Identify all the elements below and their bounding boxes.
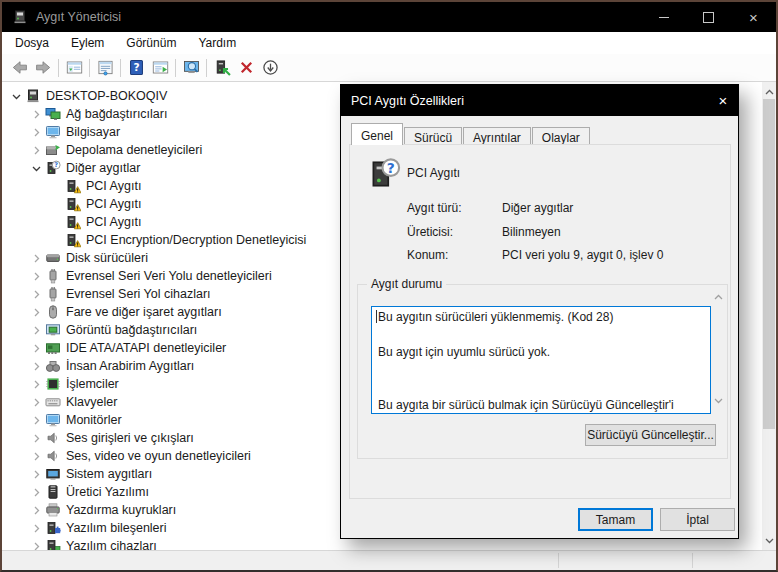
device-manager-window: Aygıt Yöneticisi × DosyaEylemGörünümYard…	[2, 2, 776, 570]
close-icon: ×	[719, 92, 728, 109]
chevron-collapsed-icon[interactable]	[28, 108, 44, 120]
toolbar-scan-hardware-button[interactable]	[179, 56, 203, 80]
hid-icon	[44, 358, 61, 374]
tree-item-label: Diğer aygıtlar	[66, 161, 140, 175]
field-value: PCI veri yolu 9, aygıt 0, işlev 0	[502, 248, 663, 262]
scan-hardware-icon	[183, 59, 200, 76]
pci-device-properties-dialog: PCI Aygıtı Özellikleri × GenelSürücüAyrı…	[340, 84, 739, 539]
processor-icon	[44, 376, 61, 392]
warning-device-icon	[64, 196, 81, 212]
chevron-collapsed-icon[interactable]	[28, 522, 44, 534]
chevron-collapsed-icon[interactable]	[28, 432, 44, 444]
chevron-collapsed-icon[interactable]	[28, 378, 44, 390]
scroll-down-icon[interactable]	[762, 533, 776, 548]
tab-strip: GenelSürücüAyrıntılarOlaylar	[351, 122, 591, 145]
chevron-collapsed-icon[interactable]	[28, 306, 44, 318]
uninstall-icon	[238, 59, 255, 76]
chevron-collapsed-icon[interactable]	[28, 270, 44, 282]
chevron-collapsed-icon[interactable]	[28, 360, 44, 372]
svg-text:?: ?	[54, 161, 58, 169]
textarea-scroll-up-icon[interactable]	[712, 291, 724, 303]
groupbox-label: Aygıt durumu	[367, 277, 446, 291]
device-field-row: Aygıt türü:Diğer aygıtlar	[407, 201, 573, 215]
scroll-up-icon[interactable]	[762, 84, 776, 99]
cancel-button[interactable]: İptal	[660, 508, 735, 531]
tab-olaylar[interactable]: Olaylar	[532, 127, 590, 145]
general-tab-page: ? PCI Aygıtı Aygıt türü:Diğer aygıtlarÜr…	[349, 144, 731, 499]
toolbar-disable-device-button[interactable]	[258, 56, 282, 80]
maximize-button[interactable]	[686, 2, 731, 32]
chevron-collapsed-icon[interactable]	[28, 252, 44, 264]
tree-scrollbar[interactable]	[762, 82, 776, 550]
storage-controller-icon	[44, 142, 61, 158]
properties-icon	[97, 59, 114, 76]
close-button[interactable]: ×	[731, 2, 776, 32]
toolbar-help-button[interactable]: ?	[124, 56, 148, 80]
chevron-collapsed-icon[interactable]	[28, 396, 44, 408]
tree-item-label: PCI Aygıtı	[86, 215, 141, 229]
chevron-collapsed-icon[interactable]	[28, 288, 44, 300]
tree-item-label: Ses, video ve oyun denetleyicileri	[66, 449, 251, 463]
chevron-expanded-icon[interactable]	[8, 90, 24, 102]
toolbar-forward-button[interactable]	[31, 56, 55, 80]
toolbar-show-console-tree-button[interactable]	[62, 56, 86, 80]
chevron-spacer	[48, 234, 64, 246]
tree-item-label: Fare ve diğer işaret aygıtları	[66, 305, 222, 319]
ok-button[interactable]: Tamam	[578, 508, 653, 531]
chevron-collapsed-icon[interactable]	[28, 504, 44, 516]
printer-icon	[44, 502, 61, 518]
minimize-button[interactable]	[641, 2, 686, 32]
tree-item-label: Disk sürücüleri	[66, 251, 148, 265]
field-value: Diğer aygıtlar	[502, 201, 573, 215]
toolbar-uninstall-button[interactable]	[234, 56, 258, 80]
toolbar-properties-button[interactable]	[93, 56, 117, 80]
svg-text:?: ?	[387, 160, 395, 176]
textarea-scroll-down-icon[interactable]	[712, 395, 724, 407]
tree-item-label: İnsan Arabirim Aygıtları	[66, 359, 194, 373]
tab-ayrintilar[interactable]: Ayrıntılar	[463, 127, 531, 145]
toolbar-back-button[interactable]	[7, 56, 31, 80]
chevron-collapsed-icon[interactable]	[28, 414, 44, 426]
update-driver-button[interactable]: Sürücüyü Güncelleştir...	[585, 424, 716, 446]
tab-genel[interactable]: Genel	[351, 123, 403, 145]
chevron-collapsed-icon[interactable]	[28, 342, 44, 354]
help-icon: ?	[128, 59, 145, 76]
menu-eylem[interactable]: Eylem	[60, 32, 115, 54]
keyboard-icon	[44, 394, 61, 410]
usb-icon	[44, 268, 61, 284]
chevron-collapsed-icon[interactable]	[28, 540, 44, 550]
dialog-close-button[interactable]: ×	[708, 85, 738, 116]
chevron-expanded-icon[interactable]	[28, 162, 44, 174]
menu-dosya[interactable]: Dosya	[4, 32, 60, 54]
usb-icon	[44, 286, 61, 302]
titlebar: Aygıt Yöneticisi ×	[2, 2, 776, 32]
chevron-collapsed-icon[interactable]	[28, 486, 44, 498]
chevron-spacer	[48, 198, 64, 210]
chevron-collapsed-icon[interactable]	[28, 450, 44, 462]
text-caret	[376, 310, 377, 323]
chevron-collapsed-icon[interactable]	[28, 144, 44, 156]
close-icon: ×	[749, 10, 758, 25]
menu-yardm[interactable]: Yardım	[187, 32, 247, 54]
tree-item-label: PCI Aygıtı	[86, 179, 141, 193]
software-component-icon	[44, 520, 61, 536]
scrollbar-thumb[interactable]	[763, 99, 775, 429]
window-title: Aygıt Yöneticisi	[36, 10, 641, 24]
chevron-collapsed-icon[interactable]	[28, 468, 44, 480]
toolbar-separator	[89, 59, 90, 77]
chevron-collapsed-icon[interactable]	[28, 324, 44, 336]
field-label: Konum:	[407, 248, 502, 262]
device-status-text[interactable]: Bu aygıtın sürücüleri yüklenmemiş. (Kod …	[371, 306, 711, 414]
tree-item-label: Yazılım bileşenleri	[66, 521, 167, 535]
tab-surucu[interactable]: Sürücü	[404, 127, 462, 145]
toolbar-separator	[206, 59, 207, 77]
device-field-row: Konum:PCI veri yolu 9, aygıt 0, işlev 0	[407, 248, 663, 262]
menu-grnm[interactable]: Görünüm	[115, 32, 187, 54]
chevron-spacer	[48, 180, 64, 192]
chevron-collapsed-icon[interactable]	[28, 126, 44, 138]
tree-item-label: Yazdırma kuyrukları	[66, 503, 176, 517]
tree-item-label: PCI Encryption/Decryption Denetleyicisi	[86, 233, 306, 247]
field-label: Üreticisi:	[407, 225, 502, 239]
toolbar-update-driver-button[interactable]	[210, 56, 234, 80]
toolbar-export-list-button[interactable]	[148, 56, 172, 80]
